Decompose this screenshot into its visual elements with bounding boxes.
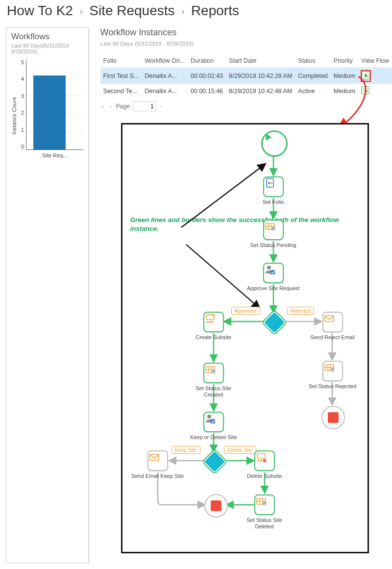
col-viewflow[interactable]: View Flow [358,55,392,68]
chart-xcat: Site Req... [26,152,83,158]
svg-point-5 [267,266,271,270]
cell-folio: First Test S... [100,68,142,84]
node-start[interactable] [261,130,288,157]
breadcrumb: How To K2 › Site Requests › Reports [0,0,392,25]
node-set-pending[interactable]: Set Status Pending [263,220,284,240]
cell-status: Active [295,84,330,99]
node-status-site-created[interactable]: Set Status Site Created [203,363,224,383]
instances-table: Folio Workflow Ori... Duration Start Dat… [100,55,392,99]
cell-viewflow [358,68,392,84]
pager-input[interactable] [133,101,156,111]
col-status[interactable]: Status [295,55,330,68]
crumb-mid[interactable]: Site Requests [89,3,174,19]
pager: « ‹ Page › [100,101,392,111]
chart-bar[interactable] [33,75,66,149]
svg-rect-19 [150,454,159,460]
node-label: Send Reject Email [306,334,360,341]
table-row[interactable]: Second Te... Denallix A... 00:00:15:46 8… [100,84,392,99]
col-duration[interactable]: Duration [188,55,226,68]
svg-rect-9 [207,321,209,323]
svg-rect-10 [209,321,211,323]
branch-approved: Approved [231,307,260,315]
table-row[interactable]: First Test S... Denallix A... 00:00:02:4… [100,68,392,84]
svg-rect-1 [268,182,270,184]
node-stop[interactable] [204,494,228,518]
col-folio[interactable]: Folio [100,55,142,68]
node-send-keep-email[interactable]: Send Email Keep Site [147,450,168,471]
cell-priority: Medium [331,84,358,99]
workflows-title: Workflows [11,32,83,42]
node-status-rejected[interactable]: Set Status Rejected [322,361,343,381]
cell-originator: Denallix A... [142,84,188,99]
node-label: Delete Subsite [238,473,292,479]
node-label: Set Status Site Created [187,385,241,397]
workflows-subtitle: Last 90 Days(5/31/2019-8/29/2019) [11,43,83,54]
cell-viewflow [358,84,392,99]
pager-next-icon[interactable]: › [159,103,164,109]
node-label: Set Status Site Deleted [238,517,292,529]
cell-duration: 00:00:02:43 [188,68,226,84]
node-delete-subsite[interactable]: Delete Subsite [254,450,275,471]
cell-originator: Denallix A... [142,68,188,84]
workflow-diagram: Green lines and borders show the success… [121,123,369,553]
node-send-reject-email[interactable]: Send Reject Email [322,312,343,332]
node-label: Set Status Rejected [306,383,360,390]
svg-rect-11 [212,321,214,323]
node-label: Create Subsite [187,334,241,341]
svg-rect-22 [260,460,262,462]
col-priority[interactable]: Priority [331,55,358,68]
node-stop[interactable] [321,406,345,429]
svg-point-17 [207,415,211,419]
svg-rect-21 [258,460,260,462]
chevron-right-icon: › [80,7,82,16]
chart-plot[interactable]: Site Req... [26,59,83,150]
cell-duration: 00:00:15:46 [188,84,226,99]
col-startdate[interactable]: Start Date [226,55,295,68]
pager-first-icon[interactable]: « [100,103,105,109]
crumb-root[interactable]: How To K2 [7,3,73,19]
chart-yticks: 5 4 3 2 1 0 [18,59,24,149]
svg-rect-12 [325,316,334,322]
cell-start: 8/29/2019 10:42:28 AM [226,68,295,84]
crumb-current: Reports [191,3,239,19]
workflows-panel: Workflows Last 90 Days(5/31/2019-8/29/20… [6,27,89,563]
view-flow-icon[interactable] [362,71,370,79]
branch-keep: Keep Site [172,446,201,454]
node-keep-or-delete[interactable]: Keep or Delete Site [203,412,224,432]
col-originator[interactable]: Workflow Ori... [142,55,188,68]
instances-panel: Workflow Instances Last 90 Days (5/31/20… [89,25,392,563]
instances-title: Workflow Instances [100,27,392,38]
node-label: Set Status Pending [246,242,300,248]
svg-rect-20 [257,453,265,458]
node-create-subsite[interactable]: Create Subsite [203,312,224,332]
node-label: Approve Site Request [246,285,300,292]
instances-subtitle: Last 90 Days (5/31/2019 - 8/29/2019) [100,41,392,47]
cell-start: 8/29/2019 10:42:48 AM [226,84,295,99]
table-header-row: Folio Workflow Ori... Duration Start Dat… [100,55,392,68]
branch-rejected: Rejected [287,307,314,315]
pager-prev-icon[interactable]: ‹ [108,103,113,109]
node-status-site-deleted[interactable]: Set Status Site Deleted [254,495,275,515]
node-label: Send Email Keep Site [131,473,185,479]
pager-label: Page [116,103,130,110]
chevron-right-icon: › [182,7,184,16]
cell-priority: Medium [331,68,358,84]
workflows-chart: Instance Count 5 4 3 2 1 0 Site Req... [11,59,83,172]
cell-status: Completed [295,68,330,84]
view-flow-icon[interactable] [361,86,369,95]
node-label: Set Folio [246,199,300,205]
branch-delete: Delete Site [224,446,256,454]
node-set-folio[interactable]: Set Folio [263,176,284,197]
node-approve-request[interactable]: Approve Site Request [263,263,284,283]
node-label: Keep or Delete Site [187,434,241,441]
svg-rect-2 [270,182,272,184]
cell-folio: Second Te... [100,84,142,99]
chart-ylabel: Instance Count [11,97,17,135]
